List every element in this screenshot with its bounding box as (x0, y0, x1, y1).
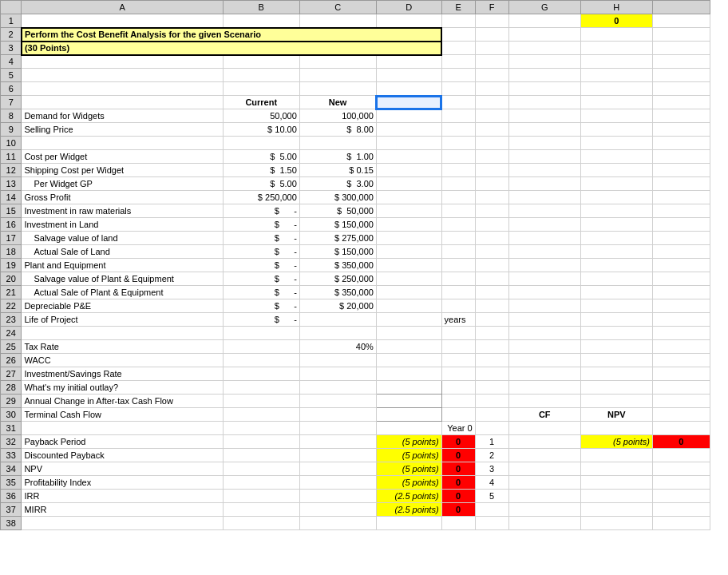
cell-a6[interactable] (22, 82, 223, 96)
cell-a13-label[interactable]: Per Widget GP (22, 177, 223, 191)
cell-g1[interactable] (508, 14, 580, 28)
cell-h18[interactable] (580, 245, 652, 259)
cell-b37[interactable] (223, 503, 299, 517)
cell-d33-points[interactable]: (5 points) (376, 449, 441, 462)
cell-g10[interactable] (508, 137, 580, 150)
cell-i9[interactable] (652, 123, 710, 137)
cell-b10[interactable] (223, 137, 299, 150)
cell-a25-tax-rate[interactable]: Tax Rate (22, 340, 223, 354)
cell-g33[interactable] (508, 449, 580, 462)
cell-c38[interactable] (299, 517, 376, 530)
cell-c25-tax-pct[interactable]: 40% (299, 340, 376, 354)
cell-b12[interactable]: $ 1.50 (223, 164, 299, 177)
cell-a36-label[interactable]: IRR (22, 490, 223, 503)
cell-e22[interactable] (441, 299, 475, 313)
cell-g3[interactable] (508, 42, 580, 55)
cell-c18[interactable]: $ 150,000 (299, 245, 376, 259)
cell-d18[interactable] (376, 245, 441, 259)
cell-h30-npv-header[interactable]: NPV (580, 408, 652, 422)
cell-e6[interactable] (441, 82, 475, 96)
cell-e7[interactable] (441, 96, 475, 109)
cell-i11[interactable] (652, 150, 710, 164)
cell-f13[interactable] (475, 177, 508, 191)
cell-e30[interactable] (441, 408, 475, 422)
cell-e2[interactable] (441, 28, 475, 42)
cell-f35-val[interactable]: 4 (475, 476, 508, 490)
cell-b31[interactable] (223, 422, 299, 435)
cell-c15[interactable]: $ 50,000 (299, 204, 376, 218)
cell-b8[interactable]: 50,000 (223, 109, 299, 123)
cell-a11-label[interactable]: Cost per Widget (22, 150, 223, 164)
cell-g19[interactable] (508, 259, 580, 272)
cell-a10-label[interactable] (22, 137, 223, 150)
cell-b25[interactable] (223, 340, 299, 354)
cell-g26[interactable] (508, 354, 580, 367)
cell-g13[interactable] (508, 177, 580, 191)
cell-h7[interactable] (580, 96, 652, 109)
cell-d19[interactable] (376, 259, 441, 272)
cell-d30-input[interactable] (376, 408, 441, 422)
cell-d24[interactable] (376, 327, 441, 340)
cell-h2[interactable] (580, 28, 652, 42)
cell-d34-points[interactable]: (5 points) (376, 462, 441, 476)
cell-a29-after-tax[interactable]: Annual Change in After-tax Cash Flow (22, 395, 223, 408)
cell-h34[interactable] (580, 462, 652, 476)
col-header-[interactable] (1, 1, 22, 14)
cell-i14[interactable] (652, 191, 710, 204)
cell-f5[interactable] (475, 69, 508, 82)
cell-e37-zero[interactable]: 0 (441, 503, 475, 517)
cell-i21[interactable] (652, 286, 710, 299)
cell-f9[interactable] (475, 123, 508, 137)
cell-g25[interactable] (508, 340, 580, 354)
cell-b17[interactable]: $ - (223, 232, 299, 245)
cell-c12[interactable]: $ 0.15 (299, 164, 376, 177)
cell-i20[interactable] (652, 272, 710, 286)
cell-c29[interactable] (299, 395, 376, 408)
cell-i33[interactable] (652, 449, 710, 462)
cell-f32-val[interactable]: 1 (475, 435, 508, 449)
cell-a16-label[interactable]: Investment in Land (22, 218, 223, 232)
cell-d37-points[interactable]: (2.5 points) (376, 503, 441, 517)
cell-f29[interactable] (475, 395, 508, 408)
cell-f17[interactable] (475, 232, 508, 245)
cell-d11[interactable] (376, 150, 441, 164)
cell-f33-val[interactable]: 2 (475, 449, 508, 462)
cell-h37[interactable] (580, 503, 652, 517)
cell-c4[interactable] (299, 55, 376, 69)
cell-e36-zero[interactable]: 0 (441, 490, 475, 503)
cell-g18[interactable] (508, 245, 580, 259)
cell-a19-label[interactable]: Plant and Equipment (22, 259, 223, 272)
cell-d17[interactable] (376, 232, 441, 245)
cell-g15[interactable] (508, 204, 580, 218)
cell-a24[interactable] (22, 327, 223, 340)
cell-a14-label[interactable]: Gross Profit (22, 191, 223, 204)
cell-h3[interactable] (580, 42, 652, 55)
cell-h13[interactable] (580, 177, 652, 191)
cell-a17-label[interactable]: Salvage value of land (22, 232, 223, 245)
cell-b21[interactable]: $ - (223, 286, 299, 299)
cell-e33-zero[interactable]: 0 (441, 449, 475, 462)
cell-h1[interactable]: 0 (580, 14, 652, 28)
cell-i18[interactable] (652, 245, 710, 259)
cell-g14[interactable] (508, 191, 580, 204)
cell-f12[interactable] (475, 164, 508, 177)
cell-i24[interactable] (652, 327, 710, 340)
cell-c23[interactable] (299, 313, 376, 327)
cell-f11[interactable] (475, 150, 508, 164)
cell-f7[interactable] (475, 96, 508, 109)
cell-e25[interactable] (441, 340, 475, 354)
cell-e38[interactable] (441, 517, 475, 530)
cell-b34[interactable] (223, 462, 299, 476)
cell-d22[interactable] (376, 299, 441, 313)
cell-a18-label[interactable]: Actual Sale of Land (22, 245, 223, 259)
cell-e5[interactable] (441, 69, 475, 82)
cell-b14[interactable]: $ 250,000 (223, 191, 299, 204)
cell-c33[interactable] (299, 449, 376, 462)
cell-i32-zero[interactable]: 0 (652, 435, 710, 449)
cell-h19[interactable] (580, 259, 652, 272)
cell-d36-points[interactable]: (2.5 points) (376, 490, 441, 503)
cell-a37-label[interactable]: MIRR (22, 503, 223, 517)
cell-h33[interactable] (580, 449, 652, 462)
cell-e27[interactable] (441, 367, 475, 381)
cell-a2-title[interactable]: Perform the Cost Benefit Analysis for th… (22, 28, 441, 42)
